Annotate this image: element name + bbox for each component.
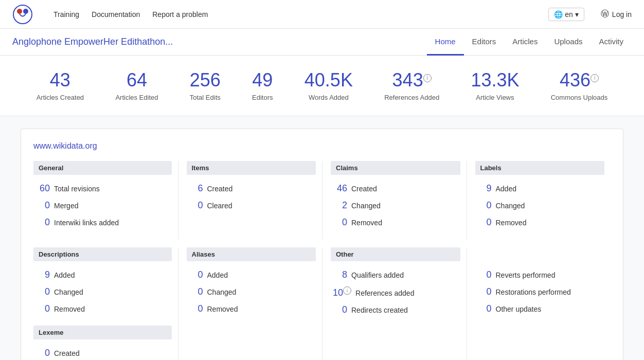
article-views-label: Article Views [471, 94, 519, 101]
items-cleared-label: Cleared [207, 202, 232, 210]
stat-commons-uploads: 436i Commons Uploads [551, 70, 608, 101]
editors-value: 49 [252, 70, 273, 91]
general-header: General [33, 161, 172, 175]
lexeme-row-0: 0 Created [33, 345, 172, 360]
section-other: Other 8 Qualifiers added 10i References … [322, 247, 467, 360]
reverts-label: Reverts performed [496, 271, 556, 279]
lexeme-header: Lexeme [33, 326, 172, 339]
site-logo [12, 4, 33, 25]
report-problem-link[interactable]: Report a problem [152, 10, 208, 19]
stat-article-views: 13.3K Article Views [471, 70, 519, 101]
login-label: Log in [612, 10, 632, 19]
stat-total-edits: 256 Total Edits [190, 70, 221, 101]
references-info-icon[interactable]: i [423, 74, 432, 82]
labels-removed-label: Removed [496, 219, 527, 227]
articles-edited-value: 64 [115, 70, 158, 91]
items-cleared-value: 0 [189, 200, 203, 211]
labels-row-2: 0 Removed [475, 214, 605, 231]
desc-removed-value: 0 [35, 303, 50, 314]
descriptions-row-2: 0 Removed [33, 300, 172, 317]
tab-editors[interactable]: Editors [464, 29, 505, 56]
lexeme-created-value: 0 [35, 348, 50, 358]
references-added-label: References Added [384, 94, 439, 101]
aliases-removed-label: Removed [207, 305, 238, 313]
project-title: Anglophone EmpowerHer Edithathon... [12, 37, 410, 47]
total-edits-value: 256 [190, 70, 221, 91]
documentation-link[interactable]: Documentation [92, 10, 140, 19]
login-button[interactable]: Ⓦ Log in [601, 9, 632, 20]
general-interwiki-label: Interwiki links added [54, 219, 119, 227]
articles-created-label: Articles Created [37, 94, 84, 101]
svg-point-0 [13, 5, 32, 24]
desc-added-label: Added [54, 271, 75, 279]
claims-removed-value: 0 [333, 217, 347, 228]
labels-added-value: 9 [477, 183, 492, 194]
other-header: Other [331, 247, 460, 261]
wikidata-top-grid: General 60 Total revisions 0 Merged 0 In… [33, 161, 611, 239]
lexeme-created-label: Created [54, 349, 80, 357]
total-edits-label: Total Edits [190, 94, 221, 101]
wikidata-url: www.wikidata.org [33, 141, 611, 151]
wikipedia-icon: Ⓦ [601, 9, 609, 20]
other-row-2: 0 Redirects created [331, 301, 460, 318]
tab-home[interactable]: Home [427, 29, 464, 56]
training-link[interactable]: Training [53, 10, 79, 19]
editors-label: Editors [252, 94, 273, 101]
reverts-value: 0 [477, 269, 492, 280]
article-views-value: 13.3K [471, 70, 519, 91]
items-created-value: 6 [189, 183, 203, 194]
section-labels: Labels 9 Added 0 Changed 0 Removed [467, 161, 611, 239]
language-selector[interactable]: 🌐 en ▾ [548, 8, 584, 21]
general-interwiki-value: 0 [35, 217, 50, 228]
words-added-label: Words Added [305, 94, 353, 101]
other-right-row-0: 0 Reverts performed [475, 266, 605, 283]
stat-articles-edited: 64 Articles Edited [115, 70, 158, 101]
other-row-0: 8 Qualifiers added [331, 266, 460, 283]
stat-words-added: 40.5K Words Added [305, 70, 353, 101]
other-refs-value: 10i [333, 286, 351, 298]
chevron-down-icon: ▾ [575, 10, 579, 19]
svg-point-1 [17, 9, 22, 14]
aliases-changed-label: Changed [207, 288, 237, 296]
tab-articles[interactable]: Articles [504, 29, 546, 56]
general-merged-value: 0 [35, 200, 50, 211]
claims-removed-label: Removed [351, 219, 382, 227]
tab-uploads[interactable]: Uploads [546, 29, 591, 56]
general-total-revisions-value: 60 [35, 183, 50, 194]
other-redirects-value: 0 [333, 304, 347, 315]
desc-changed-value: 0 [35, 286, 50, 297]
aliases-added-label: Added [207, 271, 228, 279]
claims-changed-value: 2 [333, 200, 347, 211]
commons-uploads-label: Commons Uploads [551, 94, 608, 101]
labels-added-label: Added [496, 185, 516, 193]
stat-articles-created: 43 Articles Created [37, 70, 84, 101]
other-refs-info-icon[interactable]: i [343, 286, 351, 295]
desc-changed-label: Changed [54, 288, 83, 296]
sub-navigation: Anglophone EmpowerHer Edithathon... Home… [0, 29, 644, 56]
wikidata-bottom-grid: Descriptions 9 Added 0 Changed 0 Removed… [33, 247, 611, 360]
claims-changed-label: Changed [351, 202, 381, 210]
claims-created-label: Created [351, 185, 377, 193]
lang-icon: 🌐 [554, 10, 563, 19]
wikidata-card: www.wikidata.org General 60 Total revisi… [21, 129, 623, 360]
claims-row-2: 0 Removed [331, 214, 460, 231]
claims-created-value: 46 [333, 183, 347, 194]
descriptions-row-0: 9 Added [33, 266, 172, 283]
other-updates-value: 0 [477, 303, 492, 314]
labels-changed-label: Changed [496, 202, 525, 210]
stat-editors: 49 Editors [252, 70, 273, 101]
articles-created-value: 43 [37, 70, 84, 91]
other-qual-label: Qualifiers added [351, 271, 404, 279]
claims-row-1: 2 Changed [331, 197, 460, 214]
other-right-row-2: 0 Other updates [475, 300, 605, 317]
sub-nav-tabs: Home Editors Articles Uploads Activity [427, 29, 632, 56]
section-aliases: Aliases 0 Added 0 Changed 0 Removed [178, 247, 323, 360]
tab-activity[interactable]: Activity [591, 29, 632, 56]
aliases-header: Aliases [187, 247, 316, 261]
commons-info-icon[interactable]: i [591, 74, 599, 82]
words-added-value: 40.5K [305, 70, 353, 91]
aliases-changed-value: 0 [189, 286, 203, 297]
descriptions-header: Descriptions [33, 247, 172, 261]
lang-label: en [565, 10, 573, 19]
other-refs-label: References added [355, 289, 414, 297]
